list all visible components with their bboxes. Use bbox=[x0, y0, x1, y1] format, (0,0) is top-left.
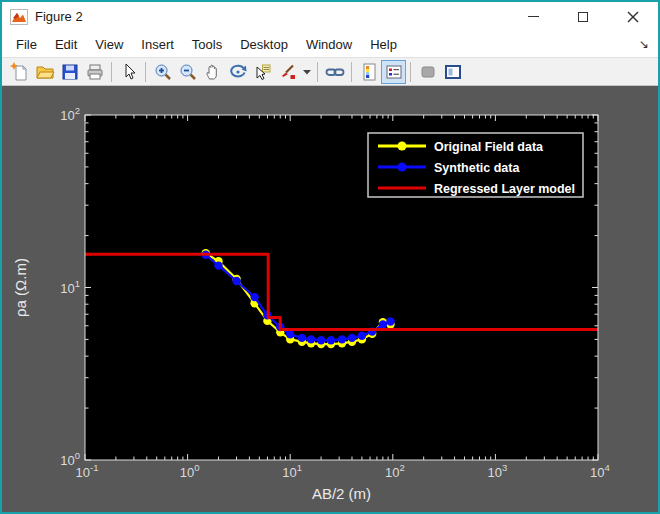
minimize-button[interactable] bbox=[508, 2, 558, 31]
data-cursor-button[interactable] bbox=[250, 60, 275, 84]
menu-item-view[interactable]: View bbox=[86, 33, 132, 56]
menubar: File Edit View Insert Tools Desktop Wind… bbox=[2, 31, 658, 57]
x-tick-label: 100 bbox=[180, 462, 200, 480]
hide-plot-tools-button[interactable] bbox=[415, 60, 440, 84]
marker-synthetic-data bbox=[327, 336, 335, 344]
legend-entry-label: Original Field data bbox=[434, 140, 544, 154]
y-axis-label: ρa (Ω.m) bbox=[12, 258, 29, 317]
toolbar-separator bbox=[410, 62, 411, 82]
dock-figure-arrow-icon[interactable]: ↘ bbox=[639, 37, 649, 51]
open-folder-icon bbox=[35, 62, 55, 82]
maximize-button[interactable] bbox=[558, 2, 608, 31]
titlebar: Figure 2 bbox=[2, 2, 658, 31]
marker-synthetic-data bbox=[298, 334, 306, 342]
link-plot-button[interactable] bbox=[322, 60, 347, 84]
maximize-icon bbox=[578, 12, 588, 22]
marker-synthetic-data bbox=[348, 334, 356, 342]
save-floppy-icon bbox=[60, 62, 80, 82]
print-figure-button[interactable] bbox=[82, 60, 107, 84]
pan-hand-icon bbox=[203, 62, 223, 82]
dropdown-caret-icon bbox=[303, 69, 311, 75]
zoom-in-icon bbox=[153, 62, 173, 82]
close-icon bbox=[627, 11, 639, 23]
marker-synthetic-data bbox=[232, 277, 240, 285]
menu-item-tools[interactable]: Tools bbox=[183, 33, 231, 56]
insert-legend-button[interactable] bbox=[381, 60, 406, 84]
toolbar-separator bbox=[317, 62, 318, 82]
hide-plot-tools-icon bbox=[418, 62, 438, 82]
window-title: Figure 2 bbox=[35, 9, 83, 24]
new-figure-icon bbox=[10, 62, 30, 82]
zoom-in-button[interactable] bbox=[150, 60, 175, 84]
marker-synthetic-data bbox=[379, 320, 387, 328]
data-cursor-icon bbox=[253, 62, 273, 82]
figure-canvas: 10-1100101102103104100101102AB/2 (m)ρa (… bbox=[2, 86, 658, 512]
figure-window: Figure 2 File Edit View Insert Tools Des… bbox=[0, 0, 660, 514]
colorbar-icon bbox=[359, 62, 379, 82]
menu-item-help[interactable]: Help bbox=[361, 33, 406, 56]
rotate-3d-icon bbox=[228, 62, 248, 82]
toolbar-separator bbox=[145, 62, 146, 82]
legend-icon bbox=[384, 62, 404, 82]
marker-synthetic-data bbox=[358, 332, 366, 340]
marker-synthetic-data bbox=[338, 335, 346, 343]
zoom-out-button[interactable] bbox=[175, 60, 200, 84]
x-tick-label: 10-1 bbox=[76, 462, 99, 480]
brush-data-button[interactable] bbox=[275, 60, 300, 84]
rotate-3d-button[interactable] bbox=[225, 60, 250, 84]
toolbar-separator bbox=[111, 62, 112, 82]
insert-colorbar-button[interactable] bbox=[356, 60, 381, 84]
edit-plot-button[interactable] bbox=[116, 60, 141, 84]
link-chain-icon bbox=[325, 62, 345, 82]
menu-item-desktop[interactable]: Desktop bbox=[231, 33, 297, 56]
marker-synthetic-data bbox=[250, 293, 258, 301]
x-tick-label: 102 bbox=[385, 462, 405, 480]
x-tick-label: 104 bbox=[590, 462, 610, 480]
x-axis-label: AB/2 (m) bbox=[312, 485, 371, 502]
legend-entry-label: Regressed Layer model bbox=[434, 182, 575, 196]
figure-area: 10-1100101102103104100101102AB/2 (m)ρa (… bbox=[2, 86, 658, 512]
toolbar-separator bbox=[351, 62, 352, 82]
show-plot-tools-icon bbox=[443, 62, 463, 82]
show-plot-tools-dock-button[interactable] bbox=[440, 60, 465, 84]
pointer-arrow-icon bbox=[119, 62, 139, 82]
printer-icon bbox=[85, 62, 105, 82]
menu-item-window[interactable]: Window bbox=[297, 33, 361, 56]
y-tick-label: 102 bbox=[60, 105, 80, 123]
brush-options-dropdown[interactable] bbox=[300, 60, 313, 84]
matlab-logo-icon bbox=[10, 9, 28, 25]
window-controls bbox=[508, 2, 658, 31]
marker-synthetic-data bbox=[286, 330, 294, 338]
marker-synthetic-data bbox=[317, 336, 325, 344]
new-figure-button[interactable] bbox=[7, 60, 32, 84]
menu-item-insert[interactable]: Insert bbox=[132, 33, 183, 56]
legend-marker-sample bbox=[398, 142, 407, 151]
brush-icon bbox=[278, 62, 298, 82]
menu-item-edit[interactable]: Edit bbox=[46, 33, 86, 56]
marker-synthetic-data bbox=[307, 335, 315, 343]
minimize-icon bbox=[528, 16, 539, 17]
open-file-button[interactable] bbox=[32, 60, 57, 84]
zoom-out-icon bbox=[178, 62, 198, 82]
x-tick-label: 101 bbox=[282, 462, 302, 480]
y-tick-label: 101 bbox=[60, 278, 80, 296]
marker-synthetic-data bbox=[386, 317, 394, 325]
legend-entry-label: Synthetic data bbox=[434, 161, 520, 175]
marker-synthetic-data bbox=[214, 261, 222, 269]
legend-marker-sample bbox=[398, 163, 407, 172]
menu-item-file[interactable]: File bbox=[7, 33, 46, 56]
legend[interactable]: Original Field dataSynthetic dataRegress… bbox=[368, 133, 583, 197]
save-figure-button[interactable] bbox=[57, 60, 82, 84]
figure-toolbar bbox=[2, 57, 658, 86]
x-tick-label: 103 bbox=[488, 462, 508, 480]
pan-button[interactable] bbox=[200, 60, 225, 84]
close-button[interactable] bbox=[608, 2, 658, 31]
